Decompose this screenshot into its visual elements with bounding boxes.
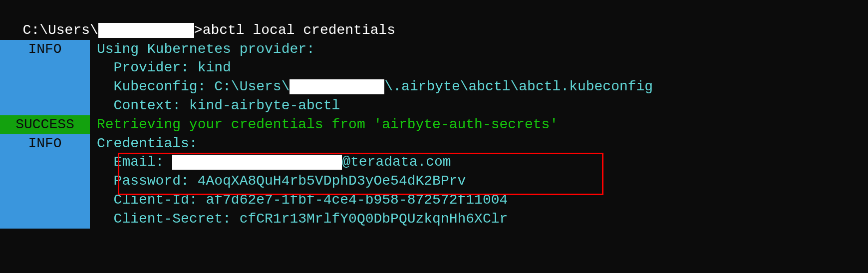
info-tag-continuation (0, 153, 90, 172)
client-id-line: Client-Id: af7d62e7-1fbf-4ce4-b958-87257… (90, 191, 868, 210)
output-row-client-id: Client-Id: af7d62e7-1fbf-4ce4-b958-87257… (0, 191, 868, 210)
kubeconfig-prefix: Kubeconfig: C:\Users\ (97, 79, 289, 94)
info-tag-continuation (0, 58, 90, 77)
email-line: Email: @teradata.com (90, 153, 868, 172)
kubeconfig-suffix: \.airbyte\abctl\abctl.kubeconfig (384, 79, 653, 94)
kubeconfig-line: Kubeconfig: C:\Users\\.airbyte\abctl\abc… (90, 77, 868, 96)
success-tag: SUCCESS (0, 115, 90, 134)
info-tag: INFO (0, 40, 90, 59)
redacted-email-local (172, 155, 342, 170)
client-secret-line: Client-Secret: cfCR1r13MrlfY0Q0DbPQUzkqn… (90, 210, 868, 229)
info-tag-continuation (0, 210, 90, 229)
redacted-username (98, 23, 194, 38)
password-line: Password: 4AoqXA8QuH4rb5VDphD3yOe54dK2BP… (90, 172, 868, 191)
output-row-success: SUCCESS Retrieving your credentials from… (0, 115, 868, 134)
info-tag-continuation (0, 77, 90, 96)
prompt-line: C:\Users\>abctl local credentials (0, 0, 868, 40)
info-tag-continuation (0, 191, 90, 210)
command-text[interactable]: abctl local credentials (203, 22, 395, 38)
email-suffix: @teradata.com (342, 154, 451, 170)
email-prefix: Email: (97, 154, 172, 170)
info-tag-continuation (0, 96, 90, 115)
redacted-username-path (289, 79, 384, 94)
output-row-kubeconfig: Kubeconfig: C:\Users\\.airbyte\abctl\abc… (0, 77, 868, 96)
credentials-header: Credentials: (90, 134, 868, 153)
output-row-client-secret: Client-Secret: cfCR1r13MrlfY0Q0DbPQUzkqn… (0, 210, 868, 229)
prompt-suffix: > (194, 22, 203, 38)
info-tag-continuation (0, 172, 90, 191)
output-row-context: Context: kind-airbyte-abctl (0, 96, 868, 115)
retrieving-line: Retrieving your credentials from 'airbyt… (90, 115, 868, 134)
output-row-email: Email: @teradata.com (0, 153, 868, 172)
output-row-password: Password: 4AoqXA8QuH4rb5VDphD3yOe54dK2BP… (0, 172, 868, 191)
output-row-info-credentials: INFO Credentials: (0, 134, 868, 153)
prompt-prefix: C:\Users\ (23, 22, 98, 38)
provider-header: Using Kubernetes provider: (90, 40, 868, 59)
output-row-provider-kind: Provider: kind (0, 58, 868, 77)
provider-kind: Provider: kind (90, 58, 868, 77)
context-line: Context: kind-airbyte-abctl (90, 96, 868, 115)
output-row-info-provider: INFO Using Kubernetes provider: (0, 40, 868, 59)
info-tag: INFO (0, 134, 90, 153)
